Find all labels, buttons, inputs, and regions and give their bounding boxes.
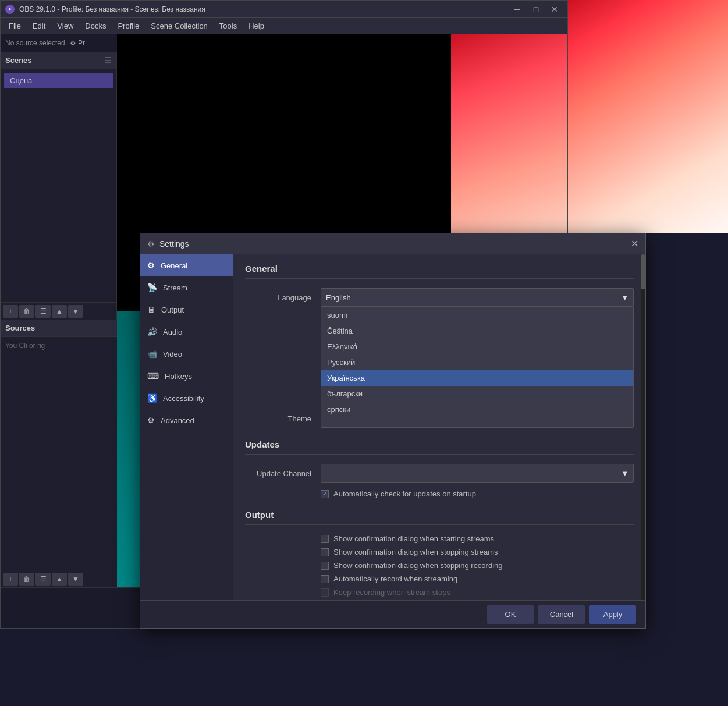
dialog-body: ⚙ General 📡 Stream 🖥 Output 🔊 Audio 📹 Vi… [140, 254, 645, 600]
auto-record-label: Automatically record when streaming [333, 574, 457, 583]
lang-option-ivrit[interactable]: עברית [321, 417, 633, 423]
menu-view[interactable]: View [51, 19, 79, 33]
confirm-stop-record-label: Show confirmation dialog when stopping r… [333, 561, 503, 570]
sources-toolbar: + 🗑 ☰ ▲ ▼ [1, 570, 117, 587]
move-source-down-button[interactable]: ▼ [68, 573, 83, 586]
menu-tools[interactable]: Tools [214, 19, 243, 33]
scenes-sources-area: No source selected ⚙ Pr Scenes ☰ Сцена +… [1, 34, 117, 587]
menu-docks[interactable]: Docks [79, 19, 112, 33]
sidebar-label-accessibility: Accessibility [163, 394, 204, 403]
keep-recording-checkbox[interactable] [321, 588, 329, 597]
sources-panel-header: Sources [1, 320, 117, 337]
lang-option-cestina[interactable]: Čeština [321, 323, 633, 339]
update-channel-select[interactable]: ▼ [321, 464, 634, 483]
dialog-title-left: ⚙ Settings [147, 239, 189, 249]
output-icon: 🖥 [147, 305, 155, 314]
output-section-title: Output [245, 510, 634, 525]
dialog-title-bar: ⚙ Settings ✕ [140, 233, 645, 254]
remove-scene-button[interactable]: 🗑 [19, 305, 34, 318]
cancel-button[interactable]: Cancel [538, 605, 585, 624]
auto-record-checkbox[interactable] [321, 575, 329, 583]
menu-profile[interactable]: Profile [112, 19, 145, 33]
lang-option-suomi[interactable]: suomi [321, 307, 633, 323]
sidebar-item-output[interactable]: 🖥 Output [140, 299, 233, 321]
scenes-panel-title: Scenes [5, 56, 32, 65]
confirm-stop-record-row: Show confirmation dialog when stopping r… [245, 561, 634, 570]
lang-option-ellinika[interactable]: Ελληνικά [321, 339, 633, 354]
auto-record-row: Automatically record when streaming [245, 574, 634, 583]
menu-file[interactable]: File [3, 19, 27, 33]
keep-recording-row: Keep recording when stream stops [245, 588, 634, 597]
update-channel-arrow: ▼ [621, 469, 628, 478]
menu-scene-collection[interactable]: Scene Collection [145, 19, 214, 33]
scenes-panel-menu-icon[interactable]: ☰ [104, 56, 112, 65]
sidebar-item-accessibility[interactable]: ♿ Accessibility [140, 387, 233, 409]
no-source-status-bar: No source selected ⚙ Pr [1, 34, 117, 52]
remove-source-button[interactable]: 🗑 [19, 573, 34, 586]
scrollbar-thumb[interactable] [641, 254, 645, 289]
general-section: General Language English ▼ suomi Čeština [245, 264, 634, 428]
sources-hint: You Cli or rig [1, 337, 117, 570]
move-scene-down-button[interactable]: ▼ [68, 305, 83, 318]
minimize-button[interactable]: ─ [509, 3, 525, 16]
apply-button[interactable]: Apply [589, 605, 636, 624]
video-icon: 📹 [147, 349, 157, 359]
lang-option-srpski[interactable]: српски [321, 402, 633, 417]
scenes-panel: Scenes ☰ Сцена + 🗑 ☰ ▲ ▼ [1, 52, 117, 320]
close-button[interactable]: ✕ [546, 3, 563, 16]
sidebar-item-hotkeys[interactable]: ⌨ Hotkeys [140, 365, 233, 387]
sidebar-item-stream[interactable]: 📡 Stream [140, 276, 233, 299]
maximize-button[interactable]: □ [528, 3, 544, 16]
update-channel-row: Update Channel ▼ [245, 464, 634, 483]
settings-shortcut-icon: ⚙ Pr [70, 39, 85, 47]
updates-section: Updates Update Channel ▼ Automatically c… [245, 439, 634, 498]
menu-edit[interactable]: Edit [27, 19, 51, 33]
move-scene-up-button[interactable]: ▲ [52, 305, 67, 318]
dialog-title: Settings [159, 239, 189, 249]
move-source-up-button[interactable]: ▲ [52, 573, 67, 586]
language-label: Language [245, 293, 321, 302]
configure-scene-button[interactable]: ☰ [35, 305, 51, 318]
dialog-close-button[interactable]: ✕ [631, 238, 638, 249]
scenes-list: Сцена [1, 69, 116, 302]
sidebar-label-hotkeys: Hotkeys [165, 372, 192, 381]
right-edge-image [568, 0, 728, 233]
dialog-footer: OK Cancel Apply [140, 600, 645, 628]
sidebar-label-audio: Audio [163, 328, 182, 336]
settings-dialog: ⚙ Settings ✕ ⚙ General 📡 Stream 🖥 Output… [140, 233, 646, 629]
sidebar-item-advanced[interactable]: ⚙ Advanced [140, 409, 233, 431]
auto-check-checkbox[interactable] [321, 490, 329, 498]
stream-icon: 📡 [147, 283, 157, 292]
keep-recording-label: Keep recording when stream stops [333, 588, 450, 597]
update-channel-label: Update Channel [245, 469, 321, 478]
lang-option-russkiy[interactable]: Русский [321, 354, 633, 370]
sidebar-label-output: Output [161, 306, 184, 314]
confirm-stop-record-checkbox[interactable] [321, 562, 329, 570]
general-icon: ⚙ [147, 261, 155, 270]
window-title: OBS 29.1.0 - Profile: Без названия - Sce… [19, 5, 205, 13]
confirm-stop-stream-checkbox[interactable] [321, 548, 329, 556]
sidebar-item-general[interactable]: ⚙ General [140, 254, 233, 276]
lang-option-balgarski[interactable]: български [321, 386, 633, 402]
configure-source-button[interactable]: ☰ [35, 573, 51, 586]
language-control: English ▼ suomi Čeština Ελληνικά Русский… [321, 288, 634, 307]
confirm-start-checkbox[interactable] [321, 535, 329, 543]
settings-dialog-icon: ⚙ [147, 239, 155, 249]
output-settings-section: Output Show confirmation dialog when sta… [245, 510, 634, 600]
language-select[interactable]: English ▼ [321, 288, 634, 307]
lang-option-ukrainska[interactable]: Українська [321, 370, 633, 386]
add-source-button[interactable]: + [3, 573, 18, 586]
sidebar-item-audio[interactable]: 🔊 Audio [140, 321, 233, 343]
update-channel-control: ▼ [321, 464, 634, 483]
scrollbar-track [641, 254, 645, 600]
ok-button[interactable]: OK [487, 605, 534, 624]
confirm-start-label: Show confirmation dialog when starting s… [333, 534, 494, 543]
auto-check-label: Automatically check for updates on start… [333, 489, 476, 498]
theme-label: Theme [245, 414, 321, 423]
add-scene-button[interactable]: + [3, 305, 18, 318]
title-bar: ● OBS 29.1.0 - Profile: Без названия - S… [1, 1, 567, 18]
sidebar-label-video: Video [163, 350, 182, 359]
sidebar-item-video[interactable]: 📹 Video [140, 343, 233, 365]
scene-item[interactable]: Сцена [4, 73, 113, 88]
menu-help[interactable]: Help [243, 19, 270, 33]
